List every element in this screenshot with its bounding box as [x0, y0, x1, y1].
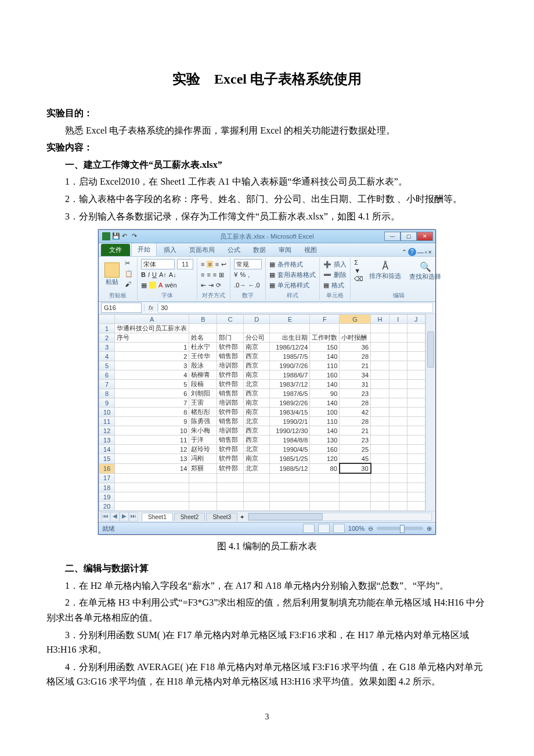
- cell[interactable]: [407, 370, 425, 380]
- cell[interactable]: [371, 435, 389, 445]
- cell[interactable]: 140: [310, 426, 340, 435]
- view-normal-icon[interactable]: [303, 524, 315, 533]
- cell[interactable]: 姓名: [189, 333, 217, 343]
- col-header-A[interactable]: A: [115, 315, 189, 324]
- cell[interactable]: 23: [340, 435, 371, 445]
- cell[interactable]: [371, 324, 389, 333]
- cell[interactable]: 12: [115, 445, 189, 454]
- cell[interactable]: 西京: [243, 352, 269, 361]
- cell[interactable]: 北京: [243, 445, 269, 454]
- col-header-B[interactable]: B: [189, 315, 217, 324]
- cell[interactable]: [407, 445, 425, 454]
- table-format-icon[interactable]: ▦: [269, 271, 275, 279]
- cell[interactable]: [371, 417, 389, 426]
- workbook-restore-icon[interactable]: ▫: [425, 249, 427, 255]
- number-format-combo[interactable]: 常规: [234, 259, 262, 269]
- cell[interactable]: 陈勇强: [189, 417, 217, 426]
- cell[interactable]: 1990/7/26: [270, 361, 310, 370]
- cell[interactable]: [189, 502, 217, 511]
- delete-cells-icon[interactable]: ➖: [323, 271, 331, 279]
- underline-button[interactable]: U: [152, 271, 157, 278]
- cell[interactable]: [115, 502, 189, 511]
- cell-style-icon[interactable]: ▦: [269, 282, 275, 289]
- align-left-icon[interactable]: ≡: [201, 271, 204, 278]
- cell[interactable]: [389, 502, 407, 511]
- row-header[interactable]: 2: [99, 333, 115, 343]
- tab-review[interactable]: 审阅: [273, 244, 297, 256]
- cell[interactable]: [389, 352, 407, 361]
- cell[interactable]: 段楠: [189, 380, 217, 389]
- phonetic-icon[interactable]: wén: [165, 282, 176, 289]
- cell[interactable]: 小时报酬: [340, 333, 371, 343]
- cell[interactable]: [389, 426, 407, 435]
- merge-center-icon[interactable]: ⊞: [219, 271, 224, 279]
- cell[interactable]: [389, 324, 407, 333]
- cell[interactable]: [115, 492, 189, 502]
- find-select-button[interactable]: 🔍 查找和选择: [407, 259, 443, 283]
- paste-button[interactable]: 粘贴: [102, 259, 122, 289]
- cell[interactable]: 21: [340, 361, 371, 370]
- sheet-tab-sheet1[interactable]: Sheet1: [142, 513, 173, 521]
- cell[interactable]: 1987/6/5: [270, 389, 310, 398]
- cell[interactable]: [371, 380, 389, 389]
- cell[interactable]: 7: [115, 398, 189, 408]
- cell[interactable]: 南京: [243, 454, 269, 464]
- col-header-G[interactable]: G: [340, 315, 371, 324]
- cell[interactable]: 31: [340, 380, 371, 389]
- cell[interactable]: [371, 398, 389, 408]
- cell[interactable]: 45: [340, 454, 371, 464]
- cond-format-icon[interactable]: ▦: [269, 261, 275, 268]
- cell[interactable]: 34: [340, 370, 371, 380]
- cell[interactable]: 软件部: [217, 454, 243, 464]
- cell[interactable]: [371, 502, 389, 511]
- help-icon[interactable]: ?: [408, 248, 416, 256]
- align-bot-icon[interactable]: ≡: [215, 261, 219, 268]
- cell[interactable]: 于洋: [189, 435, 217, 445]
- row-header[interactable]: 17: [99, 473, 115, 483]
- cell[interactable]: 1983/7/12: [270, 380, 310, 389]
- cell[interactable]: [270, 492, 310, 502]
- row-header[interactable]: 7: [99, 380, 115, 389]
- cell[interactable]: 110: [310, 417, 340, 426]
- cell[interactable]: 冯刚: [189, 454, 217, 464]
- cell[interactable]: 华通科技公司员工薪水表: [115, 324, 189, 333]
- cell[interactable]: [310, 324, 340, 333]
- wrap-text-icon[interactable]: ↩: [221, 261, 226, 268]
- cell[interactable]: [407, 398, 425, 408]
- cell[interactable]: [371, 389, 389, 398]
- cell[interactable]: 赵玲玲: [189, 445, 217, 454]
- new-sheet-icon[interactable]: ✦: [240, 514, 244, 520]
- cell[interactable]: [189, 324, 217, 333]
- cell[interactable]: 30: [340, 463, 371, 473]
- cell[interactable]: [407, 492, 425, 502]
- minimize-ribbon-icon[interactable]: ⌃: [402, 249, 407, 256]
- font-color-icon[interactable]: A: [158, 282, 163, 289]
- cell[interactable]: 140: [310, 380, 340, 389]
- cell[interactable]: 销售部: [217, 417, 243, 426]
- cell[interactable]: 160: [310, 445, 340, 454]
- cell[interactable]: [243, 492, 269, 502]
- cell[interactable]: 10: [115, 426, 189, 435]
- cell[interactable]: [217, 492, 243, 502]
- row-header[interactable]: 1: [99, 324, 115, 333]
- cell[interactable]: [407, 483, 425, 492]
- cell[interactable]: [389, 445, 407, 454]
- cell[interactable]: 出生日期: [270, 333, 310, 343]
- inc-decimal-icon[interactable]: .0→: [234, 282, 246, 289]
- select-all-corner[interactable]: [99, 315, 115, 324]
- cell[interactable]: 100: [310, 408, 340, 417]
- col-header-D[interactable]: D: [243, 315, 269, 324]
- row-header[interactable]: 9: [99, 398, 115, 408]
- cell[interactable]: 2: [115, 352, 189, 361]
- row-header[interactable]: 5: [99, 361, 115, 370]
- cell[interactable]: 25: [340, 445, 371, 454]
- cell[interactable]: [115, 473, 189, 483]
- cell[interactable]: [243, 502, 269, 511]
- fx-icon[interactable]: fx: [144, 304, 158, 311]
- sheet-tab-sheet2[interactable]: Sheet2: [174, 513, 205, 521]
- copy-icon[interactable]: 📋: [124, 269, 134, 279]
- cell[interactable]: 销售部: [217, 435, 243, 445]
- zoom-out-icon[interactable]: ⊖: [368, 525, 373, 532]
- cell[interactable]: 南京: [243, 408, 269, 417]
- cell[interactable]: 西京: [243, 426, 269, 435]
